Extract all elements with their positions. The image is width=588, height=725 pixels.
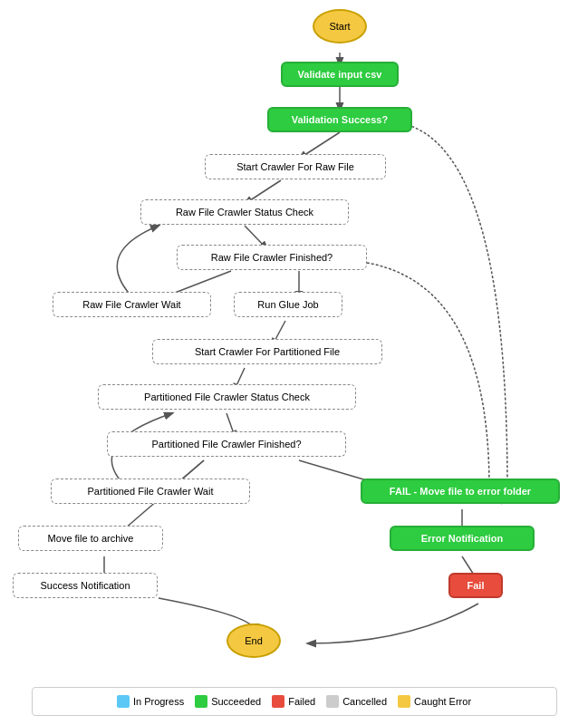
legend-color-cancelled: [326, 695, 339, 708]
move-archive-node: Move file to archive: [18, 526, 163, 551]
legend-item-inprogress: In Progress: [117, 695, 184, 708]
legend-label-inprogress: In Progress: [133, 696, 184, 707]
validation-success-label: Validation Success?: [292, 114, 388, 125]
validation-success-node: Validation Success?: [267, 107, 412, 132]
legend-item-failed: Failed: [272, 695, 315, 708]
legend-item-caughterror: Caught Error: [398, 695, 471, 708]
part-status-node: Partitioned File Crawler Status Check: [98, 384, 356, 410]
legend-item-cancelled: Cancelled: [326, 695, 387, 708]
end-label: End: [245, 635, 263, 646]
legend-label-succeeded: Succeeded: [211, 696, 261, 707]
legend-color-inprogress: [117, 695, 130, 708]
fail-node: Fail: [448, 573, 503, 598]
run-glue-node: Run Glue Job: [234, 292, 342, 317]
part-finished-node: Partitioned File Crawler Finished?: [107, 431, 346, 457]
fail-label: Fail: [468, 580, 485, 591]
legend-label-caughterror: Caught Error: [414, 696, 471, 707]
legend-color-succeeded: [195, 695, 207, 708]
raw-wait-node: Raw File Crawler Wait: [53, 292, 211, 317]
raw-status-label: Raw File Crawler Status Check: [176, 207, 313, 218]
success-notif-label: Success Notification: [40, 580, 130, 591]
move-archive-label: Move file to archive: [48, 533, 134, 544]
part-wait-node: Partitioned File Crawler Wait: [51, 478, 250, 504]
validate-node: Validate input csv: [281, 62, 399, 87]
raw-finished-label: Raw File Crawler Finished?: [211, 252, 333, 263]
start-label: Start: [329, 21, 350, 32]
start-node: Start: [313, 9, 367, 44]
validate-label: Validate input csv: [298, 69, 382, 80]
fail-move-node: FAIL - Move file to error folder: [361, 478, 560, 504]
run-glue-label: Run Glue Job: [257, 299, 318, 310]
legend-label-cancelled: Cancelled: [342, 696, 387, 707]
fail-move-label: FAIL - Move file to error folder: [390, 486, 531, 497]
start-crawler-raw-label: Start Crawler For Raw File: [236, 161, 354, 172]
legend-color-caughterror: [398, 695, 410, 708]
flowchart: Start Validate input csv Validation Succ…: [0, 0, 588, 680]
legend-item-succeeded: Succeeded: [195, 695, 261, 708]
end-node: End: [227, 624, 281, 658]
raw-wait-label: Raw File Crawler Wait: [82, 299, 180, 310]
start-crawler-part-label: Start Crawler For Partitioned File: [195, 346, 340, 357]
start-crawler-part-node: Start Crawler For Partitioned File: [152, 339, 382, 364]
part-finished-label: Partitioned File Crawler Finished?: [151, 439, 301, 450]
legend-label-failed: Failed: [288, 696, 315, 707]
raw-finished-node: Raw File Crawler Finished?: [177, 245, 367, 270]
success-notif-node: Success Notification: [13, 573, 158, 598]
raw-status-node: Raw File Crawler Status Check: [140, 199, 349, 225]
start-crawler-raw-node: Start Crawler For Raw File: [205, 154, 386, 179]
error-notif-node: Error Notification: [390, 526, 535, 551]
error-notif-label: Error Notification: [421, 533, 503, 544]
part-status-label: Partitioned File Crawler Status Check: [144, 392, 310, 402]
legend-color-failed: [272, 695, 284, 708]
part-wait-label: Partitioned File Crawler Wait: [88, 486, 214, 497]
legend: In Progress Succeeded Failed Cancelled C…: [32, 687, 557, 716]
